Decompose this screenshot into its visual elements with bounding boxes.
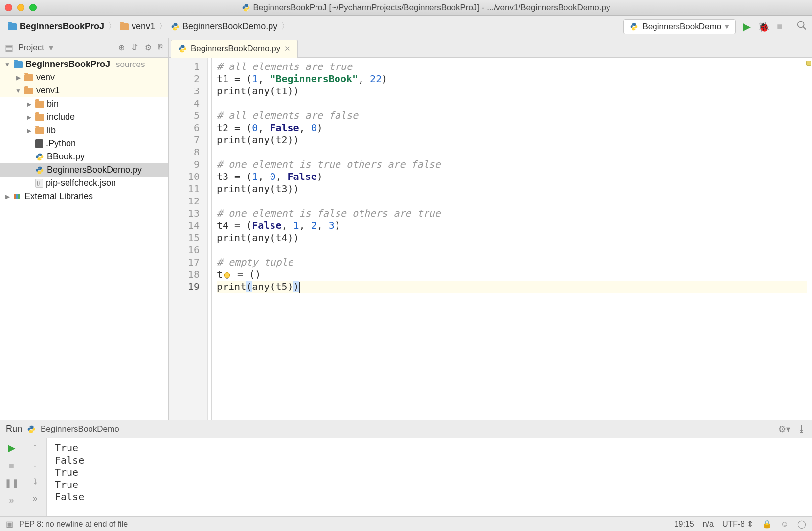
minimize-window-button[interactable] bbox=[17, 4, 24, 11]
code-line[interactable]: t3 = (1, 0, False) bbox=[217, 171, 807, 183]
line-number[interactable]: 13 bbox=[169, 207, 200, 220]
line-number[interactable]: 4 bbox=[169, 97, 200, 110]
cursor-position[interactable]: 19:15 bbox=[675, 520, 694, 529]
more-button[interactable]: » bbox=[9, 495, 14, 506]
code-line[interactable]: print(any(t5)) bbox=[217, 281, 807, 293]
line-number[interactable]: 9 bbox=[169, 158, 200, 171]
tree-item[interactable]: bin bbox=[0, 97, 168, 111]
tree-item[interactable]: venv bbox=[0, 71, 168, 84]
output-line: False bbox=[55, 454, 804, 466]
close-tab-icon[interactable]: ✕ bbox=[284, 44, 291, 53]
code-line[interactable]: t2 = (0, False, 0) bbox=[217, 122, 807, 134]
code-line[interactable]: print(any(t3)) bbox=[217, 183, 807, 195]
line-number[interactable]: 12 bbox=[169, 195, 200, 207]
stop-button[interactable]: ■ bbox=[777, 22, 782, 32]
python-file-icon bbox=[171, 22, 180, 31]
tree-item[interactable]: BeginnersBookDemo.py bbox=[0, 163, 168, 177]
line-number[interactable]: 15 bbox=[169, 232, 200, 244]
tree-external-libraries[interactable]: External Libraries bbox=[0, 190, 168, 203]
line-number[interactable]: 7 bbox=[169, 134, 200, 146]
breadcrumb-folder[interactable]: venv1 bbox=[117, 22, 158, 32]
tree-item[interactable]: venv1 bbox=[0, 84, 168, 97]
download-icon[interactable]: ⭳ bbox=[797, 424, 806, 435]
stop-button[interactable]: ■ bbox=[9, 461, 14, 471]
code-line[interactable] bbox=[217, 97, 807, 110]
code-line[interactable] bbox=[217, 244, 807, 256]
code-line[interactable]: # all elements are false bbox=[217, 110, 807, 122]
tree-item[interactable]: BBook.py bbox=[0, 150, 168, 163]
line-number[interactable]: 1 bbox=[169, 61, 200, 73]
expand-arrow-icon[interactable] bbox=[4, 193, 11, 200]
line-number[interactable]: 10 bbox=[169, 171, 200, 183]
tree-item[interactable]: {}pip-selfcheck.json bbox=[0, 177, 168, 190]
code-editor[interactable]: 12345678910111213141516171819 # all elem… bbox=[169, 58, 812, 420]
pause-button[interactable]: ❚❚ bbox=[4, 478, 19, 488]
code-line[interactable]: t4 = (False, 1, 2, 3) bbox=[217, 220, 807, 232]
code-line[interactable]: print(any(t2)) bbox=[217, 134, 807, 146]
editor-tab[interactable]: BeginnersBookDemo.py ✕ bbox=[171, 40, 298, 58]
zoom-window-button[interactable] bbox=[29, 4, 37, 11]
expand-arrow-icon[interactable] bbox=[4, 61, 11, 68]
line-number[interactable]: 14 bbox=[169, 220, 200, 232]
gear-icon[interactable]: ⚙ bbox=[145, 43, 152, 52]
code-line[interactable] bbox=[217, 195, 807, 207]
code-line[interactable] bbox=[217, 146, 807, 158]
code-line[interactable]: t = () bbox=[217, 268, 807, 281]
lock-icon[interactable]: 🔒 bbox=[762, 519, 772, 529]
code-line[interactable]: # empty tuple bbox=[217, 256, 807, 268]
line-number[interactable]: 6 bbox=[169, 122, 200, 134]
down-icon[interactable]: ↓ bbox=[33, 459, 37, 469]
line-number[interactable]: 19 bbox=[169, 281, 200, 293]
expand-arrow-icon[interactable] bbox=[25, 114, 32, 121]
code-line[interactable]: # all elements are true bbox=[217, 61, 807, 73]
tree-item[interactable]: .Python bbox=[0, 137, 168, 150]
insert-mode[interactable]: n/a bbox=[703, 520, 714, 529]
more-button[interactable]: » bbox=[32, 493, 37, 504]
search-button[interactable] bbox=[796, 20, 807, 34]
chevron-down-icon[interactable]: ▾ bbox=[49, 43, 53, 53]
run-output[interactable]: TrueFalseTrueTrueFalse Process finished … bbox=[47, 438, 812, 516]
tree-item[interactable]: lib bbox=[0, 124, 168, 137]
tree-item[interactable]: include bbox=[0, 111, 168, 124]
expand-arrow-icon[interactable] bbox=[25, 127, 32, 134]
locate-icon[interactable]: ⊕ bbox=[118, 43, 125, 52]
line-number[interactable]: 17 bbox=[169, 256, 200, 268]
wrap-icon[interactable]: ⤵ bbox=[33, 476, 37, 487]
code-content[interactable]: # all elements are truet1 = (1, "Beginne… bbox=[212, 58, 812, 420]
expand-arrow-icon[interactable] bbox=[25, 101, 32, 108]
code-line[interactable]: t1 = (1, "BeginnersBook", 22) bbox=[217, 73, 807, 85]
file-encoding[interactable]: UTF-8 ⇕ bbox=[722, 519, 753, 529]
code-line[interactable]: # one element is false others are true bbox=[217, 207, 807, 220]
code-line[interactable]: print(any(t4)) bbox=[217, 232, 807, 244]
breadcrumb-file[interactable]: BeginnersBookDemo.py bbox=[168, 22, 280, 32]
intention-bulb-icon[interactable] bbox=[223, 271, 231, 280]
close-window-button[interactable] bbox=[5, 4, 12, 11]
expand-arrow-icon[interactable] bbox=[15, 88, 22, 94]
line-number[interactable]: 16 bbox=[169, 244, 200, 256]
feedback-icon[interactable]: ◯ bbox=[797, 519, 806, 529]
code-line[interactable]: print(any(t1)) bbox=[217, 85, 807, 97]
line-number[interactable]: 5 bbox=[169, 110, 200, 122]
project-tree[interactable]: BeginnersBookProJ sources venvvenv1binin… bbox=[0, 58, 168, 420]
line-number[interactable]: 3 bbox=[169, 85, 200, 97]
line-number[interactable]: 2 bbox=[169, 73, 200, 85]
gear-icon[interactable]: ⚙▾ bbox=[778, 424, 790, 435]
breadcrumb-project[interactable]: BeginnersBookProJ bbox=[5, 22, 107, 32]
expand-arrow-icon[interactable] bbox=[15, 74, 22, 81]
up-icon[interactable]: ↑ bbox=[33, 442, 37, 452]
code-line[interactable]: # one element is true others are false bbox=[217, 158, 807, 171]
run-button[interactable]: ▶ bbox=[743, 21, 751, 33]
debug-button[interactable]: 🐞 bbox=[758, 21, 770, 33]
run-config-selector[interactable]: BeginnersBookDemo ▾ bbox=[623, 19, 736, 34]
editor-tabs: BeginnersBookDemo.py ✕ bbox=[169, 38, 812, 58]
panel-toggle-icon[interactable]: ▣ bbox=[6, 519, 13, 529]
inspector-icon[interactable]: ☺ bbox=[781, 520, 789, 529]
line-number[interactable]: 11 bbox=[169, 183, 200, 195]
line-number[interactable]: 8 bbox=[169, 146, 200, 158]
rerun-button[interactable]: ▶ bbox=[8, 442, 15, 454]
collapse-icon[interactable]: ⇵ bbox=[132, 43, 138, 52]
tree-root[interactable]: BeginnersBookProJ sources bbox=[0, 58, 168, 71]
warning-marker[interactable] bbox=[806, 61, 811, 66]
hide-icon[interactable]: ⎘ bbox=[158, 43, 163, 52]
line-number[interactable]: 18 bbox=[169, 268, 200, 281]
